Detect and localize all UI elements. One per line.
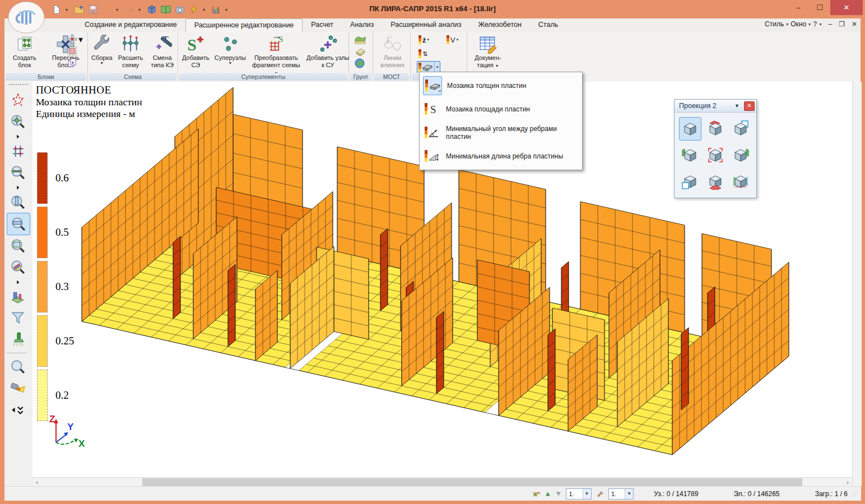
lira-logo-icon[interactable]	[8, 1, 45, 34]
projection-dashed-fragment-view-icon[interactable]	[704, 143, 727, 167]
help-menu[interactable]: ?	[813, 20, 817, 28]
projection-back-view-icon[interactable]	[729, 117, 752, 141]
projection-palette-titlebar[interactable]: Проекция 2 ▼ ✕	[675, 100, 756, 113]
toolbar-grip[interactable]	[9, 84, 28, 88]
redo-icon[interactable]	[124, 4, 134, 15]
minimize-button[interactable]: –	[788, 0, 809, 15]
mosaic-local-z-button[interactable]: ż▾	[417, 35, 430, 45]
ribbon-tab-4[interactable]: Расширенный анализ	[382, 18, 469, 32]
toolbar-zoom-rod-icon[interactable]	[7, 162, 29, 183]
menu-item-plate-min-edge[interactable]: Минимальная длина ребра пластины	[420, 144, 582, 168]
mosaic-local-z-dropdown-icon[interactable]: ▾	[427, 38, 430, 42]
spin-down-icon[interactable]	[556, 491, 561, 497]
influence-lines-button[interactable]: 1 Линии влияния	[375, 33, 410, 70]
expand-scheme-button[interactable]: Расшить схему	[115, 33, 146, 70]
toolbar-zoom-rods-color-icon[interactable]	[7, 256, 29, 278]
soil-layers-button[interactable]	[355, 35, 366, 45]
save-icon[interactable]	[88, 4, 98, 15]
block-frame-button[interactable]	[67, 46, 83, 56]
select-node-icon[interactable]: №	[532, 489, 540, 499]
move-block-dropdown-icon[interactable]: ▾	[78, 34, 83, 45]
toolbar-flyout-arrow-icon[interactable]	[7, 278, 29, 286]
documentation-dropdown-icon[interactable]: ▼	[495, 64, 499, 68]
toolbar-flyout-arrow-icon[interactable]	[7, 183, 29, 192]
ribbon-tab-2[interactable]: Расчет	[303, 18, 342, 32]
menu-item-plate-min-angle[interactable]: Минимальный угол между ребрами пластин	[420, 121, 582, 144]
toolbar-brush-icon[interactable]	[7, 329, 29, 350]
node-number-combo[interactable]: 1.▼	[566, 488, 591, 500]
element-hammer-icon[interactable]	[597, 489, 604, 498]
window-menu-dropdown-icon[interactable]: ▾	[808, 22, 811, 27]
add-se-button[interactable]: S Добавить СЭ	[180, 33, 212, 77]
projection-right-view-icon[interactable]	[729, 143, 752, 167]
plate-mosaic-dropdown-icon[interactable]: ▾	[436, 65, 439, 69]
projection-left-view-icon[interactable]	[679, 143, 701, 167]
scroll-right-icon[interactable]: ›	[843, 478, 852, 487]
ribbon-tab-1[interactable]: Расширенное редактирование	[185, 18, 303, 32]
doc-minimize-icon[interactable]: –	[828, 20, 832, 28]
doc-restore-icon[interactable]: ❐	[839, 20, 845, 28]
add-nodes-to-su-button[interactable]: Добавить узлы к СУ	[305, 33, 351, 77]
ribbon-tab-6[interactable]: Сталь	[530, 18, 566, 32]
toolbar-flyout-arrow-icon[interactable]	[7, 132, 29, 141]
maximize-button[interactable]: ☐	[809, 0, 830, 15]
assemble-dropdown-icon[interactable]: ▼	[100, 62, 104, 65]
menu-item-plate-thickness-mosaic[interactable]: Мозаика толщин пластин	[420, 74, 582, 97]
new-document-dropdown-icon[interactable]: ▾	[66, 7, 70, 12]
assemble-button[interactable]: Сборка ▼	[90, 33, 114, 70]
soil-eraser-button[interactable]	[355, 46, 366, 57]
resize-grip[interactable]: ⋰	[853, 491, 859, 497]
supernodes-dropdown-icon[interactable]: ▼	[228, 62, 232, 65]
projection-dimetric-view-icon[interactable]	[729, 170, 752, 193]
toolbar-polyfilter-star-icon[interactable]	[7, 90, 29, 111]
palette-close-icon[interactable]: ✕	[744, 101, 755, 111]
projection-front-view-icon[interactable]	[679, 170, 701, 193]
mosaic-v-dropdown-icon[interactable]: ▾	[457, 38, 459, 42]
toolbar-plates-isometry-icon[interactable]	[7, 286, 29, 307]
vertical-scrollbar[interactable]	[852, 82, 862, 486]
copy-blocks-button[interactable]	[67, 58, 83, 68]
menu-item-plate-area-mosaic[interactable]: SМозаика площади пластин	[420, 97, 582, 121]
undo-dropdown-icon[interactable]: ▾	[116, 7, 120, 12]
window-menu[interactable]: Окно	[790, 20, 806, 28]
ribbon-tab-3[interactable]: Анализ	[342, 18, 382, 32]
create-block-button[interactable]: Создать блок	[6, 33, 43, 70]
toolbar-filter-funnel-icon[interactable]	[7, 307, 29, 329]
toolbar-zoom-plate-horizontal-icon[interactable]	[7, 213, 30, 235]
move-block-button[interactable]: ▾	[67, 34, 83, 44]
doc-close-icon[interactable]: ✕	[852, 20, 857, 28]
projection-bottom-view-icon[interactable]	[704, 170, 727, 193]
projection-isometric-view-icon[interactable]	[679, 117, 701, 141]
element-number-combo[interactable]: 1.▼	[608, 488, 634, 500]
redo-dropdown-icon[interactable]: ▾	[138, 7, 143, 12]
toolbar-zoom-plate-vertical-icon[interactable]	[7, 192, 29, 213]
toolbar-collapse-arrows-icon[interactable]	[7, 399, 29, 420]
ribbon-tab-5[interactable]: Железобетон	[469, 18, 529, 32]
toolbar-zoom-icon[interactable]	[7, 356, 29, 377]
open-file-icon[interactable]	[74, 4, 84, 15]
toolbar-flashlight-icon[interactable]	[7, 377, 29, 399]
scroll-left-icon[interactable]: ‹	[32, 478, 41, 487]
palette-dropdown-icon[interactable]: ▼	[734, 103, 740, 109]
transform-fragment-button[interactable]: S Преобразовать фрагмент схемы ▼	[249, 33, 304, 77]
style-menu[interactable]: Стиль	[765, 20, 784, 28]
assemble-package-icon[interactable]	[147, 4, 157, 15]
change-fe-type-button[interactable]: T Смена типа КЭ	[147, 33, 178, 70]
soil-globe-button[interactable]	[355, 58, 366, 68]
supernodes-button[interactable]: Суперузлы ▼	[213, 33, 248, 77]
undo-icon[interactable]	[102, 4, 112, 15]
mosaic-gaps-button[interactable]: ⇅	[417, 49, 429, 59]
toolbar-zoom-plate-nodes-icon[interactable]	[7, 235, 29, 256]
horizontal-scrollbar[interactable]: ‹ ›	[32, 477, 852, 487]
toolbar-grid-nodes-icon[interactable]	[7, 141, 29, 162]
documentation-button[interactable]: Докумен-тация ▼	[469, 33, 507, 70]
projection-top-view-icon[interactable]	[704, 117, 727, 141]
combo-dropdown-icon[interactable]: ▼	[625, 489, 633, 499]
close-button[interactable]: ✕	[830, 0, 863, 15]
style-menu-dropdown-icon[interactable]: ▾	[786, 22, 788, 27]
spin-up-icon[interactable]	[545, 491, 551, 497]
combo-dropdown-icon[interactable]: ▼	[583, 489, 591, 499]
ribbon-tab-0[interactable]: Создание и редактирование	[76, 18, 185, 32]
help-menu-dropdown-icon[interactable]: ▾	[819, 22, 821, 27]
new-document-icon[interactable]	[52, 4, 62, 15]
